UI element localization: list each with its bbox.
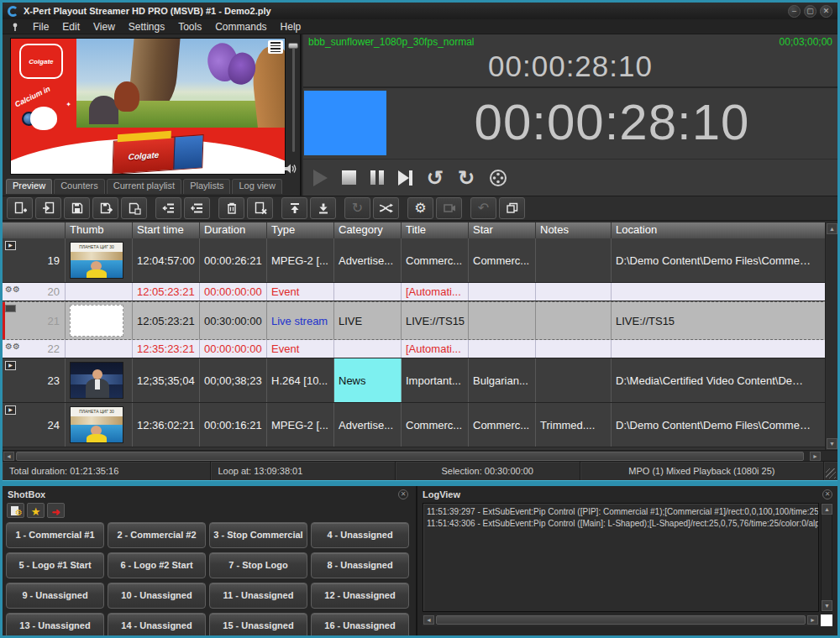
- tab-playlists[interactable]: Playlists: [183, 179, 230, 194]
- shotbox-button-13[interactable]: 13 - Unassigned: [6, 613, 104, 638]
- shotbox-button-4[interactable]: 4 - Unassigned: [311, 522, 409, 548]
- redo-icon[interactable]: ↻: [458, 170, 475, 186]
- tab-log-view[interactable]: Log view: [232, 179, 281, 194]
- shotbox-button-7[interactable]: 7 - Stop Logo: [209, 552, 307, 578]
- menu-help[interactable]: Help: [274, 21, 308, 33]
- table-vertical-scrollbar[interactable]: ▲ ▼: [825, 222, 837, 450]
- volume-slider[interactable]: [288, 39, 298, 167]
- scroll-down-icon[interactable]: ▼: [827, 438, 837, 449]
- scroll-up-icon[interactable]: ▲: [822, 504, 832, 515]
- shotbox-config-icon[interactable]: ⚙: [7, 503, 24, 518]
- menu-view[interactable]: View: [87, 21, 122, 33]
- col-start-time[interactable]: Start time: [133, 222, 200, 238]
- playlist-settings-button[interactable]: ⚙: [407, 197, 433, 219]
- insert-row-below-button[interactable]: [184, 197, 210, 219]
- duplicate-window-button[interactable]: [499, 197, 525, 219]
- shotbox-button-5[interactable]: 5 - Logo #1 Start: [6, 552, 104, 578]
- hscroll-thumb[interactable]: [436, 615, 806, 625]
- volume-handle[interactable]: [288, 43, 298, 49]
- col-duration[interactable]: Duration: [200, 222, 267, 238]
- shotbox-button-2[interactable]: 2 - Commercial #2: [108, 522, 206, 548]
- panel-splitter[interactable]: [3, 480, 837, 486]
- insert-row-above-button[interactable]: [155, 197, 181, 219]
- stop-icon[interactable]: [342, 170, 356, 185]
- maximize-button[interactable]: ▢: [804, 5, 816, 18]
- scroll-up-icon[interactable]: ▲: [827, 223, 837, 234]
- reload-playlist-button[interactable]: ↻: [344, 197, 370, 219]
- shotbox-button-9[interactable]: 9 - Unassigned: [6, 583, 104, 609]
- save-playlist-as-button[interactable]: [92, 197, 118, 219]
- capture-button[interactable]: [436, 197, 462, 219]
- skip-next-icon[interactable]: [398, 170, 412, 186]
- table-row[interactable]: ▶19 ПЛАНЕТА ЦИГ 30 12:04:57:00 00:00:26:…: [3, 238, 827, 283]
- menu-settings[interactable]: Settings: [122, 21, 171, 33]
- speaker-icon[interactable]: [284, 163, 297, 175]
- table-row-selected[interactable]: 21 12:05:23:21 00:30:00:00 Live stream L…: [3, 301, 827, 340]
- table-row[interactable]: ▶23 12;35;35;04 00;00;38;23 H.264 [10...…: [3, 358, 827, 403]
- shotbox-close-icon[interactable]: ✕: [398, 489, 408, 499]
- ad-tagline: Calcium in: [13, 85, 51, 109]
- tab-current-playlist[interactable]: Current playlist: [107, 179, 181, 194]
- col-thumb[interactable]: Thumb: [66, 222, 133, 238]
- shotbox-button-1[interactable]: 1 - Commercial #1: [6, 522, 104, 548]
- delete-item-button[interactable]: [218, 197, 244, 219]
- hscroll-thumb[interactable]: [16, 452, 804, 461]
- scroll-left-icon[interactable]: ◄: [3, 452, 14, 461]
- shotbox-button-11[interactable]: 11 - Unassigned: [209, 583, 307, 609]
- open-playlist-button[interactable]: [35, 197, 61, 219]
- shotbox-button-14[interactable]: 14 - Unassigned: [108, 613, 206, 638]
- shotbox-button-10[interactable]: 10 - Unassigned: [108, 583, 206, 609]
- table-row[interactable]: ⚙⚙22 12:35:23:21 00:00:00:00 Event [Auto…: [3, 340, 827, 358]
- move-to-top-button[interactable]: [281, 197, 307, 219]
- log-output[interactable]: 11:51:39:297 - ExtSubEvent:Pip Control (…: [423, 503, 819, 612]
- log-horizontal-scrollbar[interactable]: ◄ ►: [423, 614, 819, 626]
- shotbox-button-8[interactable]: 8 - Unassigned: [311, 552, 409, 578]
- pin-icon[interactable]: [9, 22, 21, 32]
- col-type[interactable]: Type: [267, 222, 334, 238]
- undo-button[interactable]: ↶: [470, 197, 496, 219]
- undo-icon[interactable]: ↺: [427, 170, 444, 186]
- tab-counters[interactable]: Counters: [54, 179, 105, 194]
- col-category[interactable]: Category: [334, 222, 402, 238]
- table-row[interactable]: ▶24 ПЛАНЕТА ЦИГ 30 12:36:02:21 00:00:16:…: [3, 403, 827, 447]
- scroll-right-icon[interactable]: ►: [810, 452, 821, 461]
- move-to-bottom-button[interactable]: [310, 197, 336, 219]
- shotbox-button-15[interactable]: 15 - Unassigned: [209, 613, 307, 638]
- resize-grip-icon[interactable]: [826, 468, 836, 478]
- log-resize-grip[interactable]: [821, 614, 832, 626]
- save-playlist-button[interactable]: [64, 197, 90, 219]
- table-horizontal-scrollbar[interactable]: ◄ ►: [3, 450, 837, 461]
- menu-file[interactable]: File: [26, 21, 55, 33]
- logview-close-icon[interactable]: ✕: [822, 489, 832, 499]
- save-selection-button[interactable]: [121, 197, 147, 219]
- favorite-star-icon[interactable]: ★: [27, 503, 45, 518]
- col-title[interactable]: Title: [402, 222, 469, 238]
- play-icon[interactable]: [313, 170, 328, 186]
- close-button[interactable]: ✕: [820, 5, 832, 18]
- scroll-down-icon[interactable]: ▼: [822, 600, 832, 611]
- col-star[interactable]: Star: [469, 222, 536, 238]
- scroll-left-icon[interactable]: ◄: [423, 615, 434, 625]
- pause-icon[interactable]: [370, 170, 384, 185]
- shotbox-button-12[interactable]: 12 - Unassigned: [311, 583, 409, 609]
- log-vertical-scrollbar[interactable]: ▲ ▼: [821, 503, 832, 612]
- col-location[interactable]: Location: [612, 222, 827, 238]
- minimize-button[interactable]: –: [788, 5, 801, 18]
- shotbox-button-16[interactable]: 16 - Unassigned: [311, 613, 409, 638]
- shotbox-button-3[interactable]: 3 - Stop Commercial: [209, 522, 307, 548]
- menu-commands[interactable]: Commands: [208, 21, 273, 33]
- shotbox-button-6[interactable]: 6 - Logo #2 Start: [108, 552, 206, 578]
- hamburger-menu-icon[interactable]: [268, 40, 283, 54]
- tab-preview[interactable]: Preview: [6, 179, 52, 194]
- new-playlist-button[interactable]: [7, 197, 33, 219]
- shuffle-button[interactable]: [373, 197, 399, 219]
- scroll-right-icon[interactable]: ►: [807, 615, 818, 625]
- col-gutter[interactable]: [3, 222, 66, 238]
- col-notes[interactable]: Notes: [536, 222, 612, 238]
- assign-arrow-icon[interactable]: ➜: [47, 503, 65, 518]
- menu-edit[interactable]: Edit: [55, 21, 87, 33]
- clear-playlist-button[interactable]: [247, 197, 273, 219]
- film-reel-icon[interactable]: [489, 169, 507, 187]
- menu-tools[interactable]: Tools: [171, 21, 208, 33]
- table-row[interactable]: ⚙⚙20 12:05:23:21 00:00:00:00 Event [Auto…: [3, 283, 827, 301]
